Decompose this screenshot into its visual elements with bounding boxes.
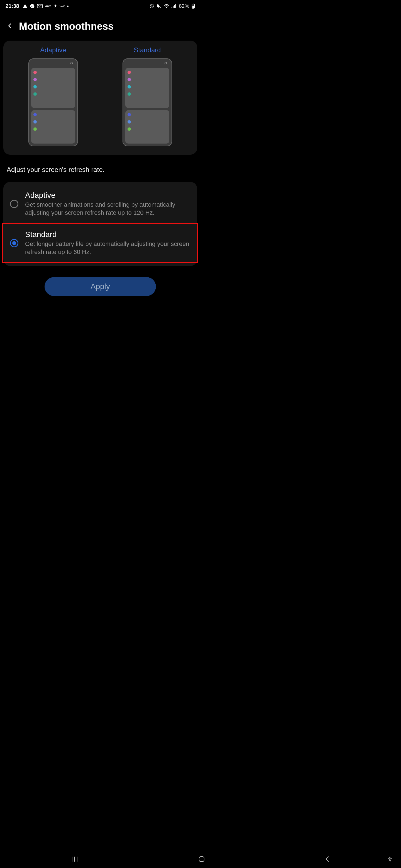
accessibility-mini-icon (53, 4, 57, 8)
alarm-icon (149, 4, 154, 9)
svg-rect-8 (175, 4, 176, 8)
svg-point-14 (165, 62, 167, 64)
option-adaptive-title: Adaptive (25, 191, 191, 200)
search-icon (164, 62, 168, 65)
page-title: Motion smoothness (19, 21, 114, 32)
svg-line-13 (73, 64, 73, 65)
page-header: Motion smoothness (0, 12, 200, 38)
option-standard-desc: Get longer battery life by automatically… (25, 240, 191, 256)
option-adaptive-desc: Get smoother animations and scrolling by… (25, 201, 191, 217)
svg-rect-6 (173, 6, 173, 8)
section-description: Adjust your screen's refresh rate. (0, 157, 200, 179)
wifi-icon (164, 4, 169, 8)
amazon-icon (59, 5, 65, 7)
option-adaptive[interactable]: Adaptive Get smoother animations and scr… (3, 185, 197, 223)
battery-icon (192, 4, 195, 9)
back-button[interactable] (7, 23, 13, 30)
option-standard[interactable]: Standard Get longer battery life by auto… (3, 224, 197, 262)
gmail-icon (37, 4, 42, 8)
highlight-annotation: Standard Get longer battery life by auto… (2, 223, 198, 263)
preview-adaptive-label: Adaptive (40, 46, 66, 54)
options-card: Adaptive Get smoother animations and scr… (3, 182, 197, 266)
svg-rect-10 (193, 4, 194, 4)
preview-standard-label: Standard (134, 46, 161, 54)
phone-mock-standard (122, 58, 172, 146)
apply-button[interactable]: Apply (45, 277, 156, 296)
radio-adaptive[interactable] (10, 200, 18, 208)
option-standard-title: Standard (25, 230, 191, 239)
radio-standard[interactable] (10, 239, 18, 247)
wizz-icon: WIZZ (45, 5, 51, 8)
notification-dot-icon (67, 6, 68, 7)
warning-icon (23, 4, 28, 9)
battery-percent: 62% (179, 3, 189, 9)
svg-point-2 (55, 4, 56, 5)
svg-rect-11 (193, 6, 194, 8)
svg-rect-5 (172, 7, 172, 8)
preview-card: Adaptive Standard (3, 41, 197, 155)
messenger-icon (30, 4, 35, 9)
signal-icon (172, 4, 176, 8)
preview-adaptive[interactable]: Adaptive (8, 46, 98, 146)
search-icon (70, 62, 74, 65)
status-time: 21:38 (6, 3, 19, 9)
mute-icon (156, 4, 162, 9)
svg-line-15 (167, 64, 167, 65)
preview-standard[interactable]: Standard (102, 46, 193, 146)
phone-mock-adaptive (28, 58, 78, 146)
status-bar: 21:38 WIZZ 62% (0, 0, 200, 12)
svg-rect-7 (174, 5, 175, 8)
svg-point-12 (71, 62, 73, 64)
